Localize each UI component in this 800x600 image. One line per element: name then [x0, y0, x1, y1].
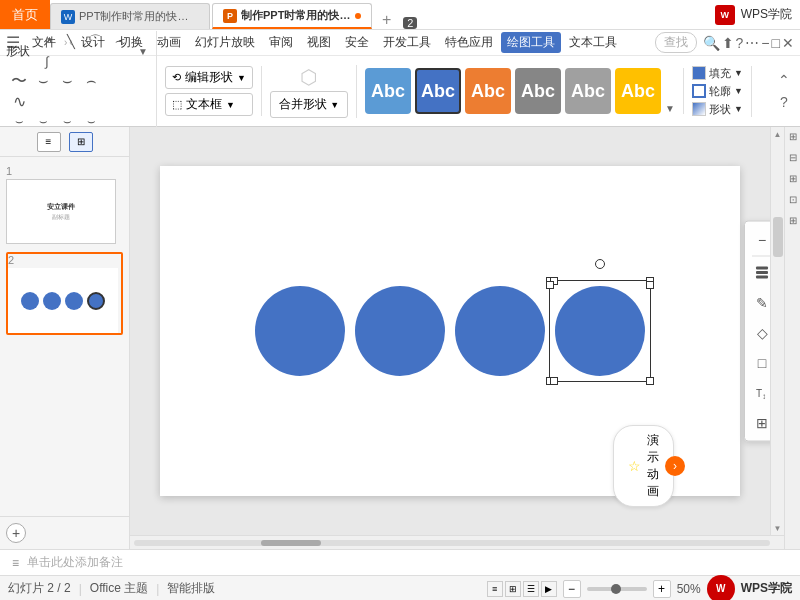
zoom-plus-button[interactable]: +: [653, 580, 671, 598]
pres-animation-button[interactable]: ☆ 演示动画 ›: [613, 425, 674, 507]
note-placeholder[interactable]: 单击此处添加备注: [27, 554, 123, 571]
minimize-icon[interactable]: −: [761, 35, 769, 51]
tab-docx[interactable]: W PPT制作时常用的快捷技巧.docx: [50, 3, 210, 29]
statusbar: 幻灯片 2 / 2 | Office 主题 | 智能排版 ≡ ⊞ ☰ ▶ − +…: [0, 575, 800, 600]
shape-squiggle5[interactable]: ∿: [8, 92, 30, 110]
horizontal-scrollbar[interactable]: [130, 535, 784, 549]
home-button[interactable]: 首页: [0, 0, 50, 29]
textbox-dropdown[interactable]: ▼: [226, 100, 235, 110]
right-icon-4[interactable]: ⊡: [789, 194, 797, 205]
menu-drawing[interactable]: 绘图工具: [501, 32, 561, 53]
maximize-icon[interactable]: □: [772, 35, 780, 51]
handle-br[interactable]: [646, 377, 654, 385]
slide-item-2[interactable]: 2: [6, 252, 123, 335]
zoom-slider[interactable]: [587, 587, 647, 591]
menu-view[interactable]: 视图: [301, 32, 337, 53]
shape-dropdown[interactable]: ▼: [138, 46, 148, 57]
right-icon-2[interactable]: ⊟: [789, 152, 797, 163]
fill-button[interactable]: 填充 ▼: [692, 66, 743, 81]
wps-logo: W: [715, 5, 735, 25]
help-icon[interactable]: ?: [736, 35, 744, 51]
right-icon-5[interactable]: ⊞: [789, 215, 797, 226]
add-slide-button[interactable]: +: [6, 523, 26, 543]
shape-arrow-right[interactable]: ↗: [36, 32, 58, 50]
abc-style-1[interactable]: Abc: [365, 68, 411, 114]
shape-squiggle3[interactable]: ⌣: [56, 72, 78, 90]
shape-freeform[interactable]: ∫: [36, 52, 58, 70]
vertical-scrollbar[interactable]: ▲ ▼: [770, 127, 784, 535]
shape-line[interactable]: ╲: [60, 32, 82, 50]
scroll-up-button[interactable]: ▲: [771, 127, 784, 141]
shape-arc[interactable]: ⌢: [108, 32, 130, 50]
scroll-down-button[interactable]: ▼: [771, 521, 784, 535]
abc-style-4[interactable]: Abc: [515, 68, 561, 114]
menu-dev[interactable]: 开发工具: [377, 32, 437, 53]
scroll-thumb[interactable]: [773, 217, 783, 257]
menu-special[interactable]: 特色应用: [439, 32, 499, 53]
wps-academy-label[interactable]: WPS学院: [741, 6, 792, 23]
circle-4-wrapper: [555, 286, 645, 376]
h-scroll-thumb[interactable]: [261, 540, 321, 546]
pres-animation-expand[interactable]: ›: [665, 456, 685, 476]
search-placeholder: 查找: [664, 34, 688, 51]
outline-button[interactable]: 轮廓 ▼: [692, 84, 743, 99]
add-tab-button[interactable]: +: [374, 11, 399, 29]
right-icon-3[interactable]: ⊞: [789, 173, 797, 184]
abc-style-2[interactable]: Abc: [415, 68, 461, 114]
thumbnail-view-button[interactable]: ⊞: [69, 132, 93, 152]
edit-shape-button[interactable]: ⟲ 编辑形状 ▼: [165, 66, 253, 89]
slide-item-1[interactable]: 1 安立课件 副标题: [6, 165, 123, 244]
view-slideshow-button[interactable]: ▶: [541, 581, 557, 597]
outline-dropdown[interactable]: ▼: [734, 86, 743, 96]
shape-curve[interactable]: ⌒: [84, 32, 106, 50]
abc-style-6[interactable]: Abc: [615, 68, 661, 114]
shape-squiggle4[interactable]: ⌢: [80, 72, 102, 90]
rotate-handle[interactable]: [595, 259, 605, 269]
help-ribbon-icon[interactable]: ?: [780, 94, 788, 110]
settings-icon[interactable]: ⋯: [745, 35, 759, 51]
search-icon[interactable]: 🔍: [703, 35, 720, 51]
note-bar[interactable]: ≡ 单击此处添加备注: [0, 549, 800, 575]
handle-mr[interactable]: [646, 281, 654, 289]
zoom-thumb[interactable]: [611, 584, 621, 594]
merge-dropdown[interactable]: ▼: [330, 100, 339, 110]
tab-pptx[interactable]: P 制作PPT时常用的快捷技巧.pptx: [212, 3, 372, 29]
menu-slideshow[interactable]: 幻灯片放映: [189, 32, 261, 53]
zoom-percent: 50%: [677, 582, 701, 596]
ai-label[interactable]: 智能排版: [167, 580, 215, 597]
shape-squiggle1[interactable]: 〜: [8, 72, 30, 90]
circle-1[interactable]: [255, 286, 345, 376]
view-outline-button[interactable]: ☰: [523, 581, 539, 597]
collapse-ribbon-icon[interactable]: ⌃: [778, 72, 790, 88]
right-mini-toolbar: ⊞ ⊟ ⊞ ⊡ ⊞: [784, 127, 800, 549]
outline-color-swatch: [692, 84, 706, 98]
view-grid-button[interactable]: ⊞: [505, 581, 521, 597]
menu-review[interactable]: 审阅: [263, 32, 299, 53]
menu-security[interactable]: 安全: [339, 32, 375, 53]
search-box[interactable]: 查找: [655, 32, 697, 53]
shape-squiggle2[interactable]: ⌣: [32, 72, 54, 90]
effect-dropdown[interactable]: ▼: [734, 104, 743, 114]
outline-view-button[interactable]: ≡: [37, 132, 61, 152]
shape-effect-button[interactable]: 形状 ▼: [692, 102, 743, 117]
merge-shapes-button[interactable]: 合并形状 ▼: [270, 91, 348, 118]
handle-ml[interactable]: [546, 281, 554, 289]
close-icon[interactable]: ✕: [782, 35, 794, 51]
circle-3[interactable]: [455, 286, 545, 376]
fill-dropdown[interactable]: ▼: [734, 68, 743, 78]
mini-circle-1: [21, 292, 39, 310]
abc-style-3[interactable]: Abc: [465, 68, 511, 114]
circle-2[interactable]: [355, 286, 445, 376]
edit-shape-dropdown[interactable]: ▼: [237, 73, 246, 83]
menu-text[interactable]: 文本工具: [563, 32, 623, 53]
share-icon[interactable]: ⬆: [722, 35, 734, 51]
text-box-button[interactable]: ⬚ 文本框 ▼: [165, 93, 253, 116]
slide-thumb-1: 安立课件 副标题: [6, 179, 116, 244]
zoom-minus-button[interactable]: −: [563, 580, 581, 598]
abc-dropdown[interactable]: ▼: [665, 103, 675, 114]
abc-style-5[interactable]: Abc: [565, 68, 611, 114]
view-normal-button[interactable]: ≡: [487, 581, 503, 597]
handle-bm[interactable]: [550, 377, 558, 385]
right-icon-1[interactable]: ⊞: [789, 131, 797, 142]
effect-icon: [692, 102, 706, 116]
